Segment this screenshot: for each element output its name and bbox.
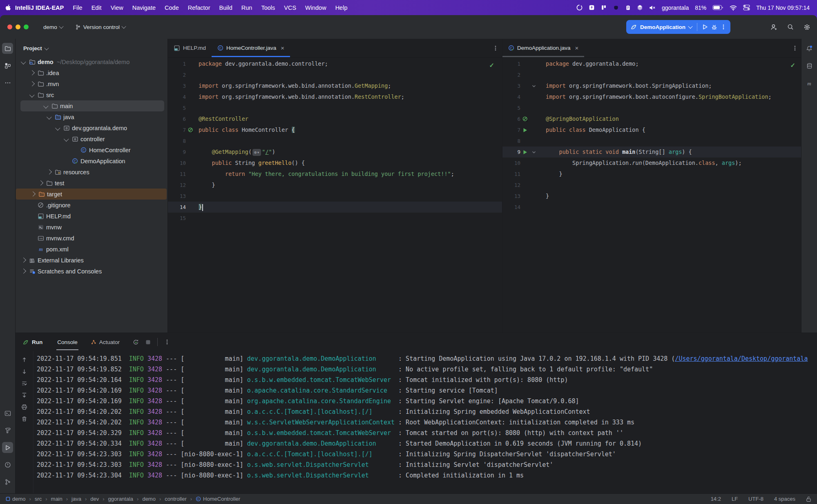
tree-chevron-icon[interactable] bbox=[28, 93, 36, 97]
breadcrumb-ggorantala-5[interactable]: ggorantala bbox=[108, 496, 133, 502]
control-center-icon[interactable] bbox=[743, 4, 750, 11]
close-window-button[interactable] bbox=[7, 24, 12, 29]
code-line-1[interactable]: 1package dev.ggorantala.demo; bbox=[502, 58, 802, 69]
tree-item-test[interactable]: test bbox=[15, 178, 167, 189]
git-tool-button[interactable] bbox=[2, 476, 13, 487]
menu-tools[interactable]: Tools bbox=[257, 4, 279, 11]
tree-item-java[interactable]: java bbox=[15, 111, 167, 122]
tree-chevron-icon[interactable] bbox=[19, 60, 28, 64]
code-line-10[interactable]: 10 public String greetHello() { bbox=[168, 158, 502, 169]
menu-navigate[interactable]: Navigate bbox=[128, 4, 160, 11]
layers-icon[interactable] bbox=[637, 4, 643, 11]
structure-tool-button[interactable] bbox=[2, 60, 13, 71]
tree-chevron-icon[interactable] bbox=[42, 104, 50, 108]
code-line-3[interactable]: 3import org.springframework.web.bind.ann… bbox=[168, 80, 502, 91]
tree-item-mvnw-cmd[interactable]: CMDmvnw.cmd bbox=[15, 233, 167, 244]
stop-button[interactable] bbox=[145, 340, 151, 345]
spring-bean-gutter-icon[interactable] bbox=[186, 124, 195, 135]
code-line-10[interactable]: 10 SpringApplication.run(DemoApplication… bbox=[502, 158, 802, 169]
breadcrumb-demo-0[interactable]: demo bbox=[6, 496, 26, 502]
project-tool-button[interactable] bbox=[2, 43, 13, 54]
build-tool-button[interactable] bbox=[2, 425, 13, 436]
tree-item--gitignore[interactable]: .gitignore bbox=[15, 200, 167, 211]
menubar-username[interactable]: ggorantala bbox=[662, 4, 689, 11]
editor-tab-help-md[interactable]: MDHELP.md bbox=[168, 39, 212, 57]
code-line-14[interactable]: 14} bbox=[168, 202, 502, 213]
code-line-9[interactable]: 9 public static void main(String[] args)… bbox=[502, 147, 802, 158]
breadcrumb-main-2[interactable]: main bbox=[51, 496, 63, 502]
code-line-15[interactable]: 15 bbox=[168, 213, 502, 224]
tree-chevron-icon[interactable] bbox=[19, 258, 28, 262]
apple-logo-icon[interactable] bbox=[5, 4, 11, 11]
menu-view[interactable]: View bbox=[106, 4, 128, 11]
tree-chevron-icon[interactable] bbox=[36, 181, 45, 185]
code-line-6[interactable]: 6@RestController bbox=[168, 113, 502, 124]
menu-vcs[interactable]: VCS bbox=[279, 4, 301, 11]
spring-bean-gutter-icon[interactable] bbox=[520, 113, 529, 124]
editor-tab-homecontroller-java[interactable]: CHomeController.java× bbox=[212, 39, 290, 57]
tree-item-scratches-and-consoles[interactable]: Scratches and Consoles bbox=[15, 266, 167, 277]
code-line-9[interactable]: 9 @GetMapping(⊕▾"/") bbox=[168, 147, 502, 158]
settings-gear-icon[interactable] bbox=[804, 24, 810, 31]
code-line-3[interactable]: 3import org.springframework.boot.SpringA… bbox=[502, 80, 802, 91]
run-button[interactable] bbox=[702, 24, 708, 30]
breadcrumb-homecontroller-8[interactable]: CHomeController bbox=[196, 496, 240, 502]
code-line-11[interactable]: 11 } bbox=[502, 169, 802, 180]
code-line-11[interactable]: 11 return "Hey there, congratulations in… bbox=[168, 169, 502, 180]
code-line-8[interactable]: 8 bbox=[502, 135, 802, 147]
tree-item-controller[interactable]: controller bbox=[15, 133, 167, 144]
debug-button[interactable] bbox=[711, 24, 717, 30]
menu-edit[interactable]: Edit bbox=[87, 4, 106, 11]
code-line-12[interactable]: 12 bbox=[502, 180, 802, 191]
console-scroll-end-button[interactable] bbox=[21, 392, 27, 398]
tree-chevron-icon[interactable] bbox=[29, 192, 37, 196]
tree-item-dev-ggorantala-demo[interactable]: dev.ggorantala.demo bbox=[15, 122, 167, 133]
code-line-7[interactable]: 7public class HomeController { bbox=[168, 124, 502, 135]
fold-chevron-icon[interactable] bbox=[529, 80, 538, 91]
run-configuration-widget[interactable]: DemoApplication bbox=[626, 20, 730, 34]
minimize-window-button[interactable] bbox=[16, 24, 20, 29]
tree-item-target[interactable]: target bbox=[16, 189, 167, 200]
menu-file[interactable]: File bbox=[68, 4, 87, 11]
app-swirl-icon[interactable] bbox=[576, 4, 583, 11]
run-toolwindow-title[interactable]: Run bbox=[32, 339, 42, 345]
volume-muted-icon[interactable] bbox=[649, 5, 656, 11]
menu-build[interactable]: Build bbox=[215, 4, 237, 11]
more-tools-button[interactable] bbox=[2, 77, 13, 88]
menu-run[interactable]: Run bbox=[237, 4, 257, 11]
tree-item--mvn[interactable]: .mvn bbox=[15, 78, 167, 89]
tree-item--idea[interactable]: .idea bbox=[15, 67, 167, 78]
url-inlay-hint[interactable]: ⊕▾ bbox=[252, 149, 261, 156]
vcs-widget[interactable]: Version control bbox=[75, 24, 125, 30]
editor-tab-demoapplication-java[interactable]: CDemoApplication.java× bbox=[502, 39, 584, 57]
code-area-right[interactable]: 1package dev.ggorantala.demo;23import or… bbox=[502, 58, 802, 213]
status-14-2[interactable]: 14:2 bbox=[711, 496, 721, 502]
code-line-4[interactable]: 4import org.springframework.web.bind.ann… bbox=[168, 91, 502, 102]
code-line-2[interactable]: 2 bbox=[502, 69, 802, 80]
breadcrumb-controller-7[interactable]: controller bbox=[165, 496, 186, 502]
menubar-clock[interactable]: Thu 17 Nov 09:57:14 bbox=[756, 4, 810, 11]
code-line-7[interactable]: 7public class DemoApplication { bbox=[502, 124, 802, 135]
rerun-button[interactable] bbox=[133, 339, 139, 345]
run-tab-actuator[interactable]: Actuator bbox=[90, 334, 121, 350]
tree-item-mvnw[interactable]: mvnw bbox=[15, 222, 167, 233]
tree-item-pom-xml[interactable]: mpom.xml bbox=[15, 244, 167, 255]
breadcrumb-src-1[interactable]: src bbox=[35, 496, 42, 502]
close-tab-icon[interactable]: × bbox=[281, 45, 284, 51]
run-options-kebab-icon[interactable] bbox=[164, 339, 170, 345]
run-config-name[interactable]: DemoApplication bbox=[640, 24, 685, 30]
code-with-me-icon[interactable] bbox=[770, 24, 777, 31]
code-line-1[interactable]: 1package dev.ggorantala.demo.controller; bbox=[168, 58, 502, 69]
tree-chevron-icon[interactable] bbox=[28, 82, 36, 86]
console-arrow-down-button[interactable] bbox=[21, 369, 27, 375]
editor-options-kebab-icon[interactable] bbox=[493, 45, 498, 51]
tree-item-demo[interactable]: demo~/Desktop/ggorantala/demo bbox=[15, 56, 167, 67]
breadcrumb-dev-4[interactable]: dev bbox=[90, 496, 99, 502]
menu-refactor[interactable]: Refactor bbox=[183, 4, 215, 11]
tree-chevron-icon[interactable] bbox=[54, 126, 62, 130]
project-widget[interactable]: demo bbox=[43, 24, 63, 30]
run-tab-console[interactable]: Console bbox=[56, 334, 78, 350]
maven-tool-button[interactable]: m bbox=[804, 78, 815, 89]
code-line-12[interactable]: 12 } bbox=[168, 180, 502, 191]
console-arrow-up-button[interactable] bbox=[21, 357, 27, 363]
